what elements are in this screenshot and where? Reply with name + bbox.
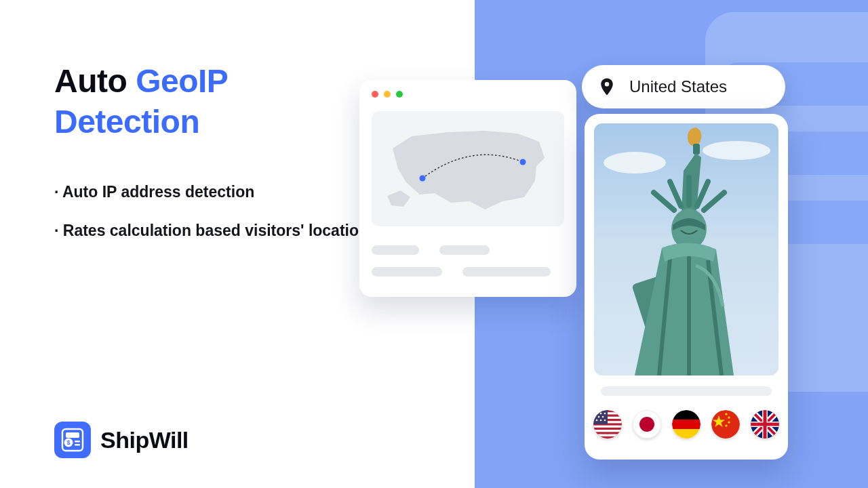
statue-of-liberty-image (594, 123, 778, 375)
brand-name: ShipWill (100, 427, 189, 453)
svg-rect-54 (751, 423, 779, 426)
window-traffic-lights-icon (372, 91, 403, 98)
us-map-icon (372, 111, 564, 226)
svg-text:$: $ (67, 439, 71, 446)
svg-point-45 (725, 413, 727, 415)
svg-point-7 (520, 159, 526, 165)
flag-us-icon (593, 410, 622, 439)
skeleton-bar (462, 267, 551, 277)
svg-rect-39 (672, 410, 701, 420)
flag-de-icon (672, 410, 701, 439)
traffic-red-icon (372, 91, 378, 98)
product-card (585, 114, 788, 460)
title-word-3: Detection (54, 104, 199, 140)
skeleton-row (372, 267, 564, 277)
flag-row (585, 408, 788, 441)
svg-rect-40 (672, 420, 701, 429)
svg-point-34 (604, 420, 606, 422)
marketing-slide: Auto GeoIP Detection · Auto IP address d… (0, 0, 868, 488)
svg-point-28 (600, 413, 602, 415)
svg-rect-25 (593, 434, 622, 436)
title-word-2: GeoIP (136, 63, 228, 99)
svg-point-9 (703, 141, 770, 160)
svg-rect-10 (693, 144, 700, 155)
country-label: United States (629, 77, 727, 96)
svg-point-46 (728, 416, 730, 418)
skeleton-bar (601, 386, 772, 396)
svg-rect-5 (75, 444, 80, 445)
flag-cn-icon (711, 410, 740, 439)
svg-line-15 (704, 192, 724, 210)
svg-line-11 (654, 192, 674, 210)
svg-point-36 (639, 417, 654, 432)
svg-line-12 (670, 182, 681, 206)
location-pin-icon (595, 75, 618, 98)
svg-point-27 (596, 413, 598, 415)
title-word-1: Auto (54, 63, 127, 99)
flag-gb-icon (751, 410, 779, 439)
calculator-dollar-icon: $ (60, 428, 85, 452)
svg-point-32 (596, 420, 598, 422)
svg-point-8 (604, 152, 666, 174)
svg-line-14 (697, 182, 708, 206)
svg-point-6 (420, 176, 426, 182)
traffic-yellow-icon (384, 91, 391, 98)
map-preview-card (359, 80, 576, 297)
svg-rect-1 (66, 432, 79, 438)
skeleton-bar (372, 245, 419, 255)
country-pill: United States (582, 65, 785, 108)
svg-rect-23 (593, 426, 622, 428)
brand-logo: $ ShipWill (54, 422, 189, 458)
svg-point-33 (600, 420, 602, 422)
skeleton-bar (372, 267, 442, 277)
skeleton-row (372, 245, 564, 255)
svg-point-48 (725, 424, 727, 426)
shipwill-logo-icon: $ (54, 422, 91, 458)
svg-point-47 (728, 421, 730, 423)
svg-point-30 (598, 416, 600, 418)
skeleton-bar (439, 245, 490, 255)
svg-rect-24 (593, 430, 622, 432)
svg-point-29 (604, 413, 606, 415)
flag-jp-icon (633, 410, 661, 439)
svg-rect-4 (75, 441, 80, 442)
svg-rect-26 (593, 410, 608, 424)
svg-rect-41 (672, 429, 701, 439)
svg-point-31 (602, 416, 604, 418)
traffic-green-icon (396, 91, 403, 98)
